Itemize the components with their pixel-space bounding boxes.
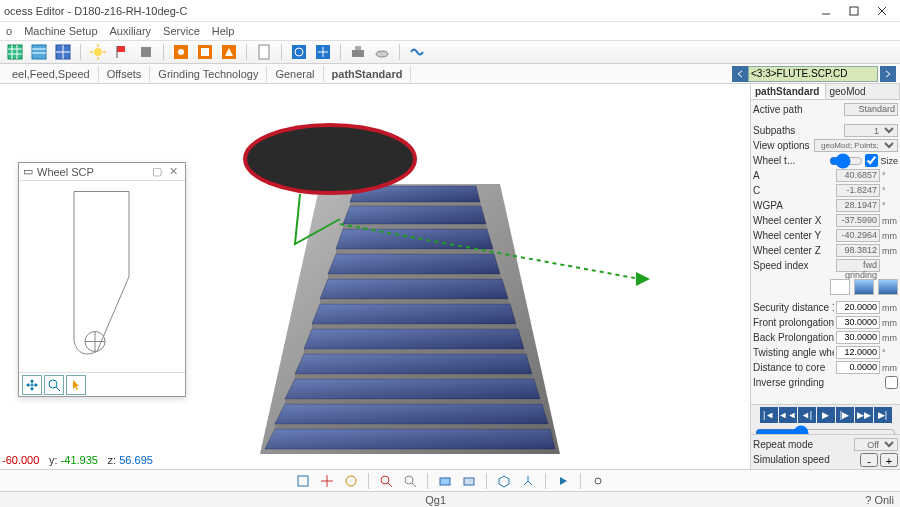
repeat-mode-select[interactable]: Off bbox=[854, 438, 898, 451]
tool-icon[interactable] bbox=[135, 42, 157, 62]
wheel-t-check[interactable] bbox=[865, 154, 878, 167]
vp-zoomwin-icon[interactable] bbox=[399, 472, 421, 490]
param-value: -40.2964 bbox=[836, 229, 880, 242]
breadcrumb-item[interactable]: eel,Feed,Speed bbox=[4, 66, 99, 82]
tab-pathstandard[interactable]: pathStandard bbox=[751, 84, 826, 99]
coord-y: -41.935 bbox=[61, 454, 98, 466]
3d-viewport[interactable]: ▭ Wheel SCP ▢ ✕ -60.000 bbox=[0, 84, 750, 469]
grid-icon[interactable] bbox=[4, 42, 26, 62]
pb-play-icon[interactable]: ▶ bbox=[817, 407, 835, 423]
svg-point-35 bbox=[245, 125, 415, 193]
doc-icon[interactable] bbox=[253, 42, 275, 62]
sim-speed-minus[interactable]: - bbox=[860, 453, 878, 467]
tab-geomod[interactable]: geoMod bbox=[826, 84, 901, 99]
param-unit: mm bbox=[882, 318, 898, 328]
pb-last-icon[interactable]: ▶| bbox=[874, 407, 892, 423]
sim-speed-plus[interactable]: + bbox=[880, 453, 898, 467]
sun-icon[interactable] bbox=[87, 42, 109, 62]
coord-z: 56.695 bbox=[119, 454, 153, 466]
breadcrumb-item[interactable]: Offsets bbox=[99, 66, 151, 82]
layer1-icon[interactable] bbox=[170, 42, 192, 62]
vp-play-icon[interactable] bbox=[552, 472, 574, 490]
svg-point-34 bbox=[376, 51, 388, 57]
vp-view1-icon[interactable] bbox=[434, 472, 456, 490]
menu-item[interactable]: o bbox=[6, 25, 12, 37]
minimize-button[interactable] bbox=[812, 2, 840, 20]
wheel-btn-3[interactable] bbox=[878, 279, 898, 295]
breadcrumb-item[interactable]: Grinding Technology bbox=[150, 66, 267, 82]
param-unit: ° bbox=[882, 171, 898, 181]
status-right: ? Onli bbox=[865, 494, 894, 506]
param-value[interactable]: 12.0000 bbox=[836, 346, 880, 359]
breadcrumb-bar: eel,Feed,Speed Offsets Grinding Technolo… bbox=[0, 64, 900, 84]
coord-readout: -60.000 y: -41.935 z: 56.695 bbox=[2, 454, 153, 467]
layer2-icon[interactable] bbox=[194, 42, 216, 62]
menu-item[interactable]: Help bbox=[212, 25, 235, 37]
menu-item[interactable]: Machine Setup bbox=[24, 25, 97, 37]
svg-point-45 bbox=[405, 476, 413, 484]
menu-item[interactable]: Service bbox=[163, 25, 200, 37]
op-prev-button[interactable] bbox=[732, 66, 748, 82]
pb-first-icon[interactable]: |◄ bbox=[760, 407, 778, 423]
param-value[interactable]: 30.0000 bbox=[836, 316, 880, 329]
active-path-value: Standard bbox=[844, 103, 898, 116]
size-label: Size bbox=[880, 156, 898, 166]
wheel-btn-2[interactable] bbox=[854, 279, 874, 295]
table-icon[interactable] bbox=[28, 42, 50, 62]
svg-line-40 bbox=[56, 387, 60, 391]
vp-pan-icon[interactable] bbox=[316, 472, 338, 490]
subpaths-select[interactable]: 1 bbox=[844, 124, 898, 137]
param-unit: ° bbox=[882, 186, 898, 196]
wheel-scp-canvas[interactable] bbox=[19, 181, 185, 372]
rotate-icon[interactable] bbox=[288, 42, 310, 62]
grid2-icon[interactable] bbox=[52, 42, 74, 62]
vp-orbit-icon[interactable] bbox=[340, 472, 362, 490]
flag-icon[interactable] bbox=[111, 42, 133, 62]
vp-settings-icon[interactable] bbox=[587, 472, 609, 490]
pointer-icon[interactable] bbox=[66, 375, 86, 395]
close-button[interactable] bbox=[868, 2, 896, 20]
param-label: A bbox=[753, 170, 834, 181]
maximize-button[interactable] bbox=[840, 2, 868, 20]
layer3-icon[interactable] bbox=[218, 42, 240, 62]
wheel-btn-1[interactable] bbox=[830, 279, 850, 295]
param-label: WGPA bbox=[753, 200, 834, 211]
breadcrumb-item-active[interactable]: pathStandard bbox=[324, 66, 412, 82]
pb-rew-icon[interactable]: ◄◄ bbox=[779, 407, 797, 423]
view-options-select[interactable]: geoMod; Points; Wheel SCP bbox=[814, 139, 898, 152]
operation-selector[interactable] bbox=[748, 66, 878, 82]
svg-point-43 bbox=[381, 476, 389, 484]
move-icon[interactable] bbox=[312, 42, 334, 62]
param-value: 28.1947 bbox=[836, 199, 880, 212]
svg-rect-47 bbox=[440, 478, 450, 485]
pb-stepback-icon[interactable]: ◄| bbox=[798, 407, 816, 423]
vp-xyz-icon[interactable] bbox=[517, 472, 539, 490]
machine-icon[interactable] bbox=[347, 42, 369, 62]
param-value[interactable]: 0.0000 bbox=[836, 361, 880, 374]
param-label: Speed index bbox=[753, 260, 834, 271]
vp-iso-icon[interactable] bbox=[493, 472, 515, 490]
wheel-scp-window[interactable]: ▭ Wheel SCP ▢ ✕ bbox=[18, 162, 186, 397]
breadcrumb-item[interactable]: General bbox=[267, 66, 323, 82]
wave-icon[interactable] bbox=[406, 42, 428, 62]
menu-item[interactable]: Auxiliary bbox=[110, 25, 152, 37]
wheel-scp-titlebar[interactable]: ▭ Wheel SCP ▢ ✕ bbox=[19, 163, 185, 181]
pan-icon[interactable] bbox=[22, 375, 42, 395]
pb-stepfwd-icon[interactable]: |▶ bbox=[836, 407, 854, 423]
restore-icon[interactable]: ▢ bbox=[149, 165, 165, 178]
svg-point-39 bbox=[49, 380, 57, 388]
param-value[interactable]: 30.0000 bbox=[836, 331, 880, 344]
svg-rect-22 bbox=[141, 47, 151, 57]
close-icon[interactable]: ✕ bbox=[165, 165, 181, 178]
param-value[interactable]: 20.0000 bbox=[836, 301, 880, 314]
vp-zoomfit-icon[interactable] bbox=[375, 472, 397, 490]
wheel-t-slider[interactable] bbox=[829, 153, 863, 169]
pb-ffwd-icon[interactable]: ▶▶ bbox=[855, 407, 873, 423]
param-unit: mm bbox=[882, 231, 898, 241]
vp-cube-icon[interactable] bbox=[292, 472, 314, 490]
vp-view2-icon[interactable] bbox=[458, 472, 480, 490]
op-next-button[interactable] bbox=[880, 66, 896, 82]
zoom-icon[interactable] bbox=[44, 375, 64, 395]
param-checkbox[interactable] bbox=[885, 376, 898, 389]
probe-icon[interactable] bbox=[371, 42, 393, 62]
